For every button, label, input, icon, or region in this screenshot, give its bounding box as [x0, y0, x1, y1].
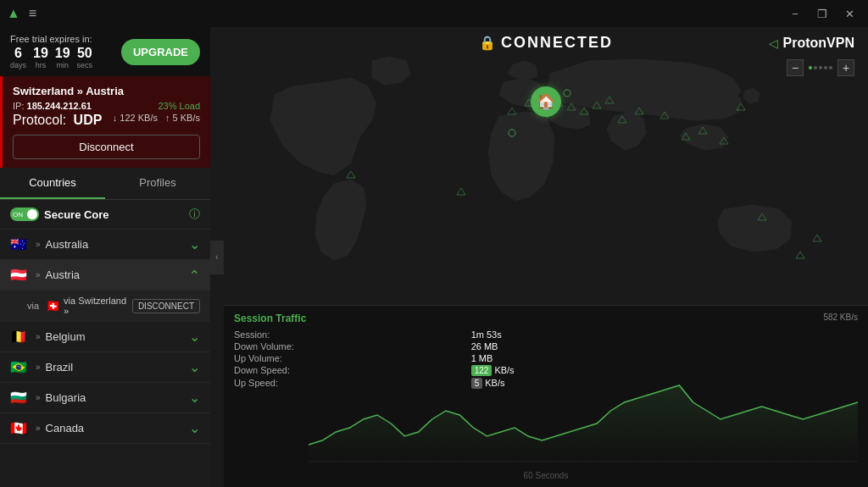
zoom-out-button[interactable]: − — [787, 59, 804, 76]
zoom-dot — [824, 66, 827, 69]
disconnect-button[interactable]: Disconnect — [13, 135, 200, 159]
left-panel: Free trial expires in: 6 days 19 hrs 19 … — [0, 27, 210, 487]
right-panel: ‹ 🔒 CONNECTED 🏠 ◁ ProtonVPN − + — [210, 27, 868, 487]
title-bar: ▲ ≡ − ❐ ✕ — [0, 0, 868, 27]
expand-icon: ⌄ — [189, 359, 200, 375]
flag-switzerland: 🇨🇭 — [46, 299, 60, 313]
trial-label: Free trial expires in: — [10, 34, 92, 44]
flag-bulgaria: 🇧🇬 — [10, 391, 29, 405]
expand-icon: ⌄ — [189, 236, 200, 252]
country-name: Australia — [46, 238, 189, 251]
tab-countries[interactable]: Countries — [0, 168, 105, 199]
country-name: Belgium — [46, 330, 189, 343]
down-vol-value: 26 MB — [471, 341, 682, 351]
world-map — [224, 27, 868, 332]
flag-canada: 🇨🇦 — [10, 422, 29, 435]
list-item[interactable]: 🇨🇦 » Canada ⌄ — [0, 413, 210, 444]
flag-belgium: 🇧🇪 — [10, 330, 29, 344]
protocol-value: UDP — [74, 113, 103, 127]
list-item[interactable]: 🇧🇬 » Bulgaria ⌄ — [0, 383, 210, 413]
trial-countdown: 6 days 19 hrs 19 min 50 secs — [10, 46, 92, 69]
traffic-chart — [309, 368, 858, 470]
list-item[interactable]: 🇦🇺 » Australia ⌄ — [0, 230, 210, 260]
close-button[interactable]: ✕ — [837, 4, 861, 23]
home-icon: 🏠 — [537, 92, 555, 111]
flag-australia: 🇦🇺 — [10, 238, 29, 252]
flag-austria: 🇦🇹 — [10, 268, 29, 282]
zoom-dot — [814, 66, 817, 69]
secure-core-row: ON Secure Core ⓘ — [0, 200, 210, 230]
arrow-icon: » — [36, 362, 41, 372]
ip-label: IP: 185.244.212.61 — [13, 101, 92, 111]
zoom-dot — [829, 66, 832, 69]
list-item[interactable]: 🇦🇹 » Austria ⌄ — [0, 260, 210, 291]
info-icon[interactable]: ⓘ — [189, 207, 200, 222]
connection-speeds: ↓ 122 KB/s ↑ 5 KB/s — [113, 113, 200, 123]
tab-profiles[interactable]: Profiles — [105, 168, 210, 199]
zoom-dot — [819, 66, 822, 69]
tab-bar: Countries Profiles — [0, 168, 210, 200]
down-vol-label: Down Volume: — [234, 341, 461, 351]
trial-days: 6 days — [10, 46, 26, 69]
app-logo-icon: ▲ — [7, 6, 20, 21]
trial-info: Free trial expires in: 6 days 19 hrs 19 … — [10, 34, 92, 69]
proton-logo: ◁ ProtonVPN — [769, 36, 854, 51]
chart-time-label: 60 Seconds — [524, 471, 569, 480]
zoom-dot — [809, 66, 812, 69]
session-label: Session: — [234, 329, 461, 340]
menu-icon[interactable]: ≡ — [29, 6, 36, 21]
speed-max-label: 582 KB/s — [823, 313, 858, 322]
home-pin: 🏠 — [531, 86, 561, 117]
window-controls: − ❐ ✕ — [783, 4, 861, 23]
country-name: Brazil — [46, 361, 189, 374]
traffic-title: Session Traffic — [234, 313, 858, 324]
expand-icon: ⌄ — [189, 390, 200, 406]
title-bar-left: ▲ ≡ — [7, 6, 36, 21]
flag-brazil: 🇧🇷 — [10, 361, 29, 374]
minimize-button[interactable]: − — [783, 4, 807, 23]
map-container: 🔒 CONNECTED 🏠 ◁ ProtonVPN − + — [224, 27, 868, 332]
list-item[interactable]: 🇧🇪 » Belgium ⌄ — [0, 322, 210, 352]
secure-core-label: Secure Core — [44, 208, 189, 221]
country-name: Bulgaria — [46, 391, 189, 404]
proton-logo-text: ProtonVPN — [783, 36, 854, 51]
protocol-label: Protocol: — [13, 113, 66, 127]
secure-core-toggle[interactable]: ON — [10, 208, 39, 221]
traffic-panel: Session Traffic 582 KB/s Session: 1m 53s… — [224, 305, 868, 487]
up-vol-value: 1 MB — [471, 353, 682, 363]
session-value: 1m 53s — [471, 329, 682, 340]
proton-logo-icon: ◁ — [769, 36, 778, 50]
connection-banner: 🔒 CONNECTED — [479, 34, 613, 52]
server-via-text: via Switzerland » — [64, 296, 132, 316]
trial-min: 19 min — [55, 46, 70, 69]
restore-button[interactable]: ❐ — [810, 4, 834, 23]
country-name: Austria — [46, 268, 189, 281]
arrow-icon: » — [36, 423, 41, 433]
up-vol-label: Up Volume: — [234, 353, 461, 363]
connected-text: CONNECTED — [501, 34, 613, 52]
connection-details: IP: 185.244.212.61 23% Load — [13, 101, 200, 111]
zoom-in-button[interactable]: + — [837, 59, 854, 76]
zoom-dots — [805, 66, 836, 69]
trial-secs: 50 secs — [77, 46, 93, 69]
via-label: via — [27, 301, 39, 311]
connection-protocol-row: Protocol: UDP ↓ 122 KB/s ↑ 5 KB/s — [13, 113, 200, 128]
expand-icon: ⌄ — [189, 329, 200, 345]
arrow-icon: » — [36, 332, 41, 341]
server-item[interactable]: via 🇨🇭 via Switzerland » DISCONNECT — [0, 291, 210, 322]
zoom-controls: − + — [787, 59, 854, 76]
country-name: Canada — [46, 422, 189, 434]
server-disconnect-button[interactable]: DISCONNECT — [132, 299, 200, 313]
expand-icon: ⌄ — [189, 267, 200, 283]
connection-route: Switzerland » Austria — [13, 85, 200, 97]
collapse-button[interactable]: ‹ — [210, 241, 224, 274]
country-list: 🇦🇺 » Australia ⌄ 🇦🇹 » Austria ⌄ via 🇨🇭 v… — [0, 230, 210, 487]
arrow-icon: » — [36, 270, 41, 279]
lock-icon: 🔒 — [479, 35, 496, 51]
upgrade-button[interactable]: UPGRADE — [121, 39, 200, 65]
chart-container — [309, 368, 858, 470]
ip-value: 185.244.212.61 — [27, 101, 92, 111]
connection-info: Switzerland » Austria IP: 185.244.212.61… — [0, 76, 210, 168]
trial-hrs: 19 hrs — [33, 46, 48, 69]
list-item[interactable]: 🇧🇷 » Brazil ⌄ — [0, 352, 210, 383]
